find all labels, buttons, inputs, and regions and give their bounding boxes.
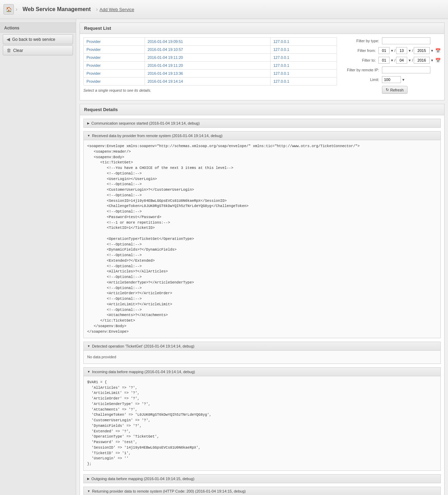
- request-details-section: Request Details ▶ Communication sequence…: [80, 104, 445, 495]
- debug-block-returning-data: ▼ Returning provider data to remote syst…: [83, 487, 441, 495]
- filter-type-row: Filter by type:: [344, 37, 441, 44]
- debug-block-received-data: ▼ Received data by provider from remote …: [83, 131, 441, 338]
- filter-limit-label: Limit:: [344, 78, 382, 82]
- debug-header-detected-op[interactable]: ▼ Detected operation 'TicketGet' (2016-0…: [84, 342, 440, 351]
- debug-block-outgoing-data: ▶ Outgoing data before mapping (2016-01-…: [83, 474, 441, 483]
- triangle-icon: ▼: [87, 370, 90, 374]
- filter-to-label: Filter to:: [344, 58, 378, 62]
- row-ip: 127.0.0.1: [271, 70, 337, 78]
- row-ip: 127.0.0.1: [271, 38, 337, 46]
- sidebar-section-title: Actions: [0, 22, 76, 33]
- clear-label: Clear: [13, 48, 23, 53]
- debug-header-text: Communication sequence started (2016-01-…: [91, 121, 200, 125]
- row-timestamp: 2016-01-04 19:09:51: [145, 38, 270, 46]
- to-month-arrow[interactable]: ▼: [390, 58, 394, 62]
- from-day-arrow[interactable]: ▼: [408, 49, 411, 53]
- request-table-wrap: Provider 2016-01-04 19:09:51 127.0.0.1 P…: [83, 37, 337, 97]
- to-year-arrow[interactable]: ▼: [430, 58, 434, 62]
- triangle-icon: ▼: [87, 489, 90, 493]
- row-ip: 127.0.0.1: [271, 62, 337, 70]
- filter-from-date-group: ▼ / ▼ / ▼ 📅: [378, 47, 441, 54]
- row-type: Provider: [84, 70, 145, 78]
- refresh-label: Refresh: [390, 88, 404, 92]
- debug-content-detected-op: No data provided: [84, 351, 440, 363]
- from-year-arrow[interactable]: ▼: [430, 49, 434, 53]
- from-sep-1: /: [394, 48, 395, 53]
- row-timestamp: 2016-01-04 19:13:36: [145, 70, 270, 78]
- table-row[interactable]: Provider 2016-01-04 19:14:14 127.0.0.1: [84, 78, 337, 86]
- row-ip: 127.0.0.1: [271, 78, 337, 86]
- row-timestamp: 2016-01-04 19:10:57: [145, 46, 270, 54]
- filter-to-year[interactable]: [414, 57, 430, 64]
- triangle-icon: ▶: [87, 477, 90, 480]
- filter-from-label: Filter from:: [344, 48, 378, 53]
- debug-header-text: Returning provider data to remote system…: [92, 489, 246, 493]
- row-timestamp: 2016-01-04 19:11:20: [145, 54, 270, 62]
- from-month-arrow[interactable]: ▼: [390, 49, 394, 53]
- row-ip: 127.0.0.1: [271, 46, 337, 54]
- debug-header-incoming-data[interactable]: ▼ Incoming data before mapping (2016-01-…: [84, 368, 440, 376]
- home-button[interactable]: 🏠: [3, 4, 14, 15]
- request-list-title: Request List: [80, 23, 444, 34]
- triangle-icon: ▶: [87, 122, 90, 125]
- filter-from-day[interactable]: [396, 47, 407, 54]
- triangle-icon: ▼: [87, 344, 90, 348]
- debug-header-received-data[interactable]: ▼ Received data by provider from remote …: [84, 132, 440, 140]
- table-row[interactable]: Provider 2016-01-04 19:13:36 127.0.0.1: [84, 70, 337, 78]
- filter-limit-input[interactable]: [382, 76, 401, 83]
- refresh-icon: ↻: [386, 88, 389, 92]
- layout: Actions ◀ Go back to web service 🗑 Clear…: [0, 19, 448, 495]
- to-sep-2: /: [412, 58, 413, 62]
- back-icon: ◀: [7, 37, 10, 42]
- filter-to-date-group: ▼ / ▼ / ▼ 📅: [378, 57, 441, 64]
- row-type: Provider: [84, 78, 145, 86]
- filter-type-label: Filter by type:: [344, 39, 382, 43]
- sidebar: Actions ◀ Go back to web service 🗑 Clear: [0, 19, 76, 495]
- filter-from-row: Filter from: ▼ / ▼ / ▼ 📅: [344, 47, 441, 54]
- table-row[interactable]: Provider 2016-01-04 19:09:51 127.0.0.1: [84, 38, 337, 46]
- add-web-service-link[interactable]: Add Web Service: [100, 7, 134, 12]
- debug-header-outgoing-data[interactable]: ▶ Outgoing data before mapping (2016-01-…: [84, 475, 440, 483]
- filter-to-day[interactable]: [396, 57, 407, 64]
- from-calendar-icon[interactable]: 📅: [435, 48, 441, 53]
- page-title: Web Service Management: [19, 6, 94, 12]
- filter-ip-row: Filter by remote IP:: [344, 66, 441, 73]
- debug-header-returning-data[interactable]: ▼ Returning provider data to remote syst…: [84, 487, 440, 495]
- table-row[interactable]: Provider 2016-01-04 19:11:20 127.0.0.1: [84, 62, 337, 70]
- table-row[interactable]: Provider 2016-01-04 19:10:57 127.0.0.1: [84, 46, 337, 54]
- header: 🏠 › Web Service Management › Add Web Ser…: [0, 0, 448, 19]
- row-timestamp: 2016-01-04 19:14:14: [145, 78, 270, 86]
- filter-panel: Filter by type: Filter from: ▼ / ▼ /: [344, 37, 441, 97]
- debug-header-comm-seq[interactable]: ▶ Communication sequence started (2016-0…: [84, 119, 440, 127]
- debug-header-text: Outgoing data before mapping (2016-01-04…: [91, 477, 194, 481]
- go-back-button[interactable]: ◀ Go back to web service: [3, 34, 73, 44]
- select-hint: Select a single request to see its detai…: [83, 88, 337, 92]
- row-type: Provider: [84, 62, 145, 70]
- row-type: Provider: [84, 38, 145, 46]
- limit-arrow[interactable]: ▼: [402, 78, 405, 82]
- row-type: Provider: [84, 54, 145, 62]
- refresh-button[interactable]: ↻ Refresh: [382, 86, 408, 94]
- filter-to-month[interactable]: [378, 57, 390, 64]
- filter-ip-input[interactable]: [382, 66, 430, 73]
- breadcrumb-separator: ›: [16, 6, 17, 12]
- debug-blocks-container: ▶ Communication sequence started (2016-0…: [80, 119, 444, 495]
- request-list-content: Provider 2016-01-04 19:09:51 127.0.0.1 P…: [80, 34, 444, 100]
- debug-block-detected-op: ▼ Detected operation 'TicketGet' (2016-0…: [83, 342, 441, 364]
- request-details-title: Request Details: [80, 104, 444, 115]
- filter-limit-row: Limit: ▼: [344, 76, 441, 83]
- filter-from-month[interactable]: [378, 47, 390, 54]
- clear-button[interactable]: 🗑 Clear: [3, 45, 73, 55]
- clear-icon: 🗑: [7, 48, 11, 53]
- request-table: Provider 2016-01-04 19:09:51 127.0.0.1 P…: [83, 37, 337, 86]
- table-row[interactable]: Provider 2016-01-04 19:11:20 127.0.0.1: [84, 54, 337, 62]
- filter-type-input[interactable]: [382, 37, 430, 44]
- filter-from-year[interactable]: [414, 47, 430, 54]
- main-content: Request List Provider 2016-01-04 19:09:5…: [76, 19, 448, 495]
- row-type: Provider: [84, 46, 145, 54]
- debug-header-text: Received data by provider from remote sy…: [92, 134, 222, 138]
- to-calendar-icon[interactable]: 📅: [435, 58, 441, 63]
- debug-block-comm-seq: ▶ Communication sequence started (2016-0…: [83, 119, 441, 128]
- debug-header-text: Detected operation 'TicketGet' (2016-01-…: [92, 344, 194, 348]
- to-day-arrow[interactable]: ▼: [408, 58, 411, 62]
